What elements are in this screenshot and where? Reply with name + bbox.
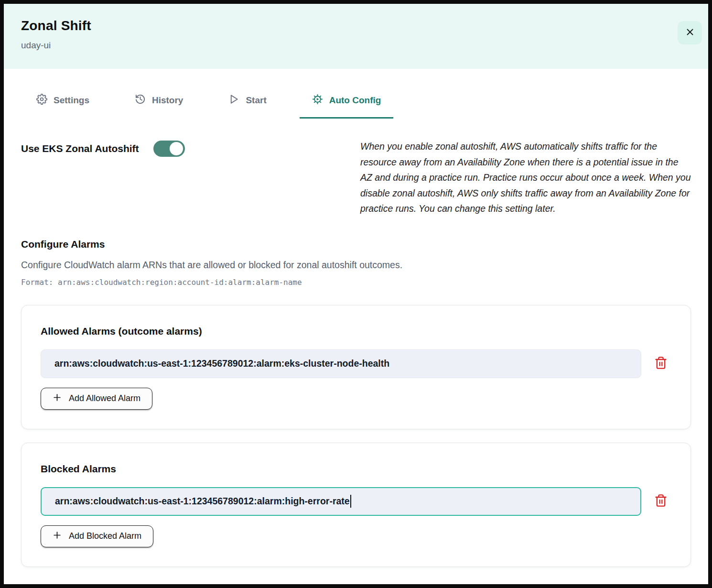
allowed-alarm-arn-input[interactable]: arn:aws:cloudwatch:us-east-1:12345678901…	[41, 349, 641, 378]
tab-label-history: History	[152, 95, 183, 106]
tab-history[interactable]: History	[122, 94, 195, 119]
tab-panel-auto-config: Use EKS Zonal Autoshift When you enable …	[4, 139, 708, 567]
play-icon	[228, 94, 239, 107]
blocked-alarms-heading: Blocked Alarms	[41, 463, 671, 475]
autoshift-toggle[interactable]	[153, 141, 185, 157]
configure-alarms-description: Configure CloudWatch alarm ARNs that are…	[21, 260, 691, 271]
close-icon	[685, 27, 695, 39]
history-icon	[135, 94, 146, 107]
gear-icon	[36, 94, 47, 107]
allowed-alarms-heading: Allowed Alarms (outcome alarms)	[41, 326, 671, 337]
plus-icon	[53, 531, 62, 542]
dialog-title: Zonal Shift	[21, 18, 691, 33]
tab-bar: Settings History Start	[4, 94, 708, 119]
tab-label-auto-config: Auto Config	[329, 95, 381, 106]
blocked-alarm-arn-input[interactable]: arn:aws:cloudwatch:us-east-1:12345678901…	[41, 487, 641, 516]
allowed-alarm-arn-value: arn:aws:cloudwatch:us-east-1:12345678901…	[54, 358, 389, 369]
add-blocked-alarm-label: Add Blocked Alarm	[69, 531, 141, 541]
zonal-shift-dialog: Zonal Shift uday-ui Settings	[0, 0, 712, 588]
add-allowed-alarm-button[interactable]: Add Allowed Alarm	[41, 388, 152, 410]
allowed-alarms-card: Allowed Alarms (outcome alarms) arn:aws:…	[21, 305, 691, 429]
configure-alarms-section: Configure Alarms Configure CloudWatch al…	[21, 239, 691, 287]
trash-icon	[654, 356, 668, 371]
tab-start[interactable]: Start	[216, 94, 279, 119]
arn-format-hint: Format: arn:aws:cloudwatch:region:accoun…	[21, 278, 691, 287]
delete-allowed-alarm-button[interactable]	[654, 356, 668, 371]
tab-settings[interactable]: Settings	[24, 94, 102, 119]
tab-label-start: Start	[246, 95, 266, 106]
configure-alarms-heading: Configure Alarms	[21, 239, 691, 250]
allowed-alarm-row: arn:aws:cloudwatch:us-east-1:12345678901…	[41, 349, 671, 378]
text-cursor	[350, 495, 351, 508]
tab-auto-config[interactable]: Auto Config	[300, 94, 394, 119]
auto-config-icon	[312, 94, 323, 107]
trash-icon	[654, 494, 668, 509]
resource-name: uday-ui	[21, 40, 691, 51]
blocked-alarms-card: Blocked Alarms arn:aws:cloudwatch:us-eas…	[21, 443, 691, 567]
delete-blocked-alarm-button[interactable]	[654, 494, 668, 509]
add-allowed-alarm-label: Add Allowed Alarm	[69, 393, 140, 403]
blocked-alarm-row: arn:aws:cloudwatch:us-east-1:12345678901…	[41, 487, 671, 516]
close-button[interactable]	[678, 21, 702, 44]
toggle-knob	[170, 142, 183, 155]
tab-label-settings: Settings	[54, 95, 89, 106]
add-blocked-alarm-button[interactable]: Add Blocked Alarm	[41, 525, 153, 547]
autoshift-label: Use EKS Zonal Autoshift	[21, 143, 139, 154]
blocked-alarm-arn-value: arn:aws:cloudwatch:us-east-1:12345678901…	[55, 496, 350, 507]
autoshift-description: When you enable zonal autoshift, AWS aut…	[360, 139, 691, 217]
autoshift-section: Use EKS Zonal Autoshift When you enable …	[21, 139, 691, 217]
dialog-header: Zonal Shift uday-ui	[4, 4, 708, 69]
plus-icon	[53, 393, 62, 404]
